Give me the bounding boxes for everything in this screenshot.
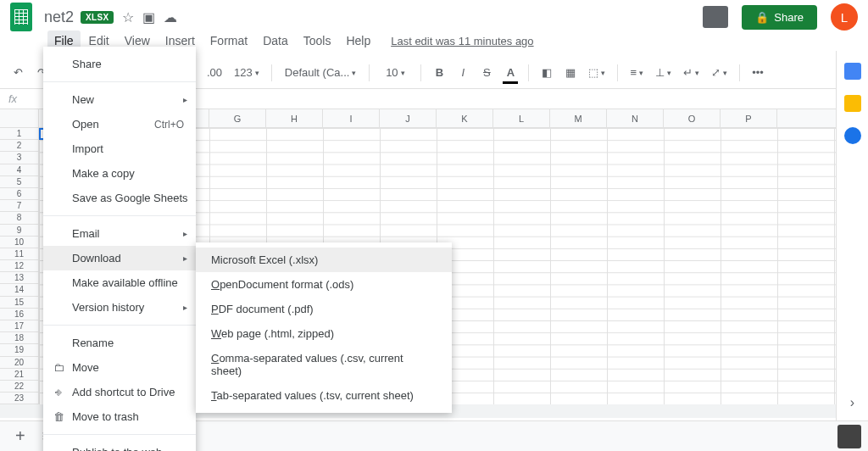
- row-header[interactable]: 1: [0, 128, 38, 140]
- shortcut-icon: ⎆: [52, 386, 65, 398]
- star-icon[interactable]: ☆: [122, 9, 134, 25]
- menu-tools[interactable]: Tools: [297, 31, 338, 51]
- file-trash[interactable]: 🗑Move to trash: [43, 404, 196, 429]
- file-rename[interactable]: Rename: [43, 331, 196, 355]
- undo-button[interactable]: ↶: [8, 63, 27, 82]
- row-header[interactable]: 15: [0, 297, 38, 309]
- row-header[interactable]: 9: [0, 225, 38, 237]
- file-save-as-gsheets[interactable]: Save as Google Sheets: [43, 186, 196, 210]
- file-publish[interactable]: Publish to the web: [43, 440, 196, 451]
- borders-button[interactable]: ▦: [561, 63, 580, 82]
- download-submenu: Microsoft Excel (.xlsx) OpenDocument for…: [196, 242, 452, 413]
- col-header[interactable]: O: [664, 109, 721, 127]
- hide-side-panel-button[interactable]: ›: [850, 395, 854, 410]
- explore-button[interactable]: [837, 425, 861, 448]
- file-share[interactable]: Share: [43, 52, 196, 76]
- toolbar-more-button[interactable]: •••: [748, 63, 767, 82]
- col-header[interactable]: G: [209, 109, 266, 127]
- row-header[interactable]: 14: [0, 284, 38, 296]
- file-open[interactable]: OpenCtrl+O: [43, 112, 196, 136]
- file-download[interactable]: Download: [43, 246, 196, 270]
- comments-button[interactable]: [703, 6, 728, 28]
- account-avatar[interactable]: L: [831, 3, 858, 31]
- tasks-icon[interactable]: [844, 127, 861, 144]
- bold-button[interactable]: B: [430, 63, 448, 82]
- number-format-button[interactable]: 123: [231, 63, 263, 82]
- col-header[interactable]: P: [721, 109, 777, 127]
- row-header[interactable]: 6: [0, 188, 38, 200]
- strike-button[interactable]: S: [477, 63, 496, 82]
- row-header[interactable]: 8: [0, 212, 38, 224]
- italic-button[interactable]: I: [453, 63, 472, 82]
- menu-help[interactable]: Help: [339, 31, 377, 51]
- row-header[interactable]: 7: [0, 200, 38, 212]
- download-xlsx[interactable]: Microsoft Excel (.xlsx): [196, 248, 452, 272]
- row-header[interactable]: 20: [0, 357, 38, 369]
- row-header[interactable]: 22: [0, 381, 38, 393]
- trash-icon: 🗑: [52, 410, 65, 423]
- file-add-shortcut[interactable]: ⎆Add shortcut to Drive: [43, 380, 196, 404]
- file-menu-dropdown: Share New OpenCtrl+O Import Make a copy …: [43, 47, 196, 451]
- sheets-logo[interactable]: [10, 3, 32, 31]
- download-pdf[interactable]: PDF document (.pdf): [196, 297, 452, 321]
- v-align-button[interactable]: ⊥: [652, 63, 675, 82]
- col-header[interactable]: J: [380, 109, 437, 127]
- fill-color-button[interactable]: ◧: [537, 63, 556, 82]
- row-header[interactable]: 13: [0, 272, 38, 284]
- file-make-copy[interactable]: Make a copy: [43, 161, 196, 186]
- download-ods[interactable]: OpenDocument format (.ods): [196, 272, 452, 297]
- text-color-button[interactable]: A: [501, 63, 520, 82]
- download-csv[interactable]: Comma-separated values (.csv, current sh…: [196, 346, 452, 383]
- col-header[interactable]: K: [437, 109, 493, 127]
- font-select[interactable]: Default (Ca...: [281, 62, 361, 83]
- row-header[interactable]: 5: [0, 176, 38, 188]
- side-panel: ›: [836, 51, 868, 420]
- add-sheet-button[interactable]: +: [7, 426, 34, 446]
- font-size-select[interactable]: 10: [378, 63, 412, 82]
- select-all-corner[interactable]: [0, 109, 39, 128]
- file-version-history[interactable]: Version history: [43, 295, 196, 320]
- row-header[interactable]: 4: [0, 164, 38, 176]
- download-tsv[interactable]: Tab-separated values (.tsv, current shee…: [196, 383, 452, 408]
- row-header[interactable]: 18: [0, 332, 38, 344]
- row-header[interactable]: 23: [0, 393, 38, 404]
- file-make-offline[interactable]: Make available offline: [43, 270, 196, 295]
- row-header[interactable]: 3: [0, 152, 38, 164]
- row-header[interactable]: 17: [0, 320, 38, 332]
- menu-data[interactable]: Data: [256, 31, 295, 51]
- row-header[interactable]: 10: [0, 237, 38, 248]
- col-header[interactable]: L: [493, 109, 550, 127]
- h-align-button[interactable]: ≡: [626, 63, 647, 82]
- rotate-button[interactable]: ⤢: [708, 63, 731, 82]
- cloud-icon[interactable]: ☁: [164, 9, 177, 25]
- row-headers[interactable]: 1 2 3 4 5 6 7 8 9 10 11 12 13 14 15 16 1…: [0, 128, 39, 417]
- row-header[interactable]: 2: [0, 140, 38, 152]
- row-header[interactable]: 16: [0, 309, 38, 320]
- merge-button[interactable]: ⬚: [585, 63, 609, 82]
- col-header[interactable]: M: [550, 109, 607, 127]
- menu-format[interactable]: Format: [203, 31, 254, 51]
- shortcut-label: Ctrl+O: [154, 119, 184, 131]
- wrap-button[interactable]: ↵: [680, 63, 703, 82]
- lock-icon: 🔒: [755, 11, 769, 24]
- col-header[interactable]: H: [266, 109, 323, 127]
- increase-decimal-button[interactable]: .00: [203, 63, 225, 82]
- share-label: Share: [774, 11, 804, 24]
- col-header[interactable]: N: [607, 109, 664, 127]
- col-header[interactable]: I: [323, 109, 380, 127]
- last-edit-link[interactable]: Last edit was 11 minutes ago: [391, 35, 533, 47]
- file-import[interactable]: Import: [43, 136, 196, 161]
- row-header[interactable]: 19: [0, 344, 38, 356]
- file-new[interactable]: New: [43, 87, 196, 112]
- doc-title[interactable]: net2: [44, 8, 74, 26]
- keep-icon[interactable]: [844, 95, 861, 112]
- row-header[interactable]: 21: [0, 369, 38, 381]
- file-move[interactable]: 🗀Move: [43, 355, 196, 380]
- share-button[interactable]: 🔒 Share: [742, 5, 817, 30]
- file-email[interactable]: Email: [43, 221, 196, 246]
- row-header[interactable]: 11: [0, 248, 38, 260]
- calendar-icon[interactable]: [844, 63, 861, 80]
- row-header[interactable]: 12: [0, 260, 38, 272]
- download-html[interactable]: Web page (.html, zipped): [196, 321, 452, 346]
- move-icon[interactable]: ▣: [142, 9, 155, 25]
